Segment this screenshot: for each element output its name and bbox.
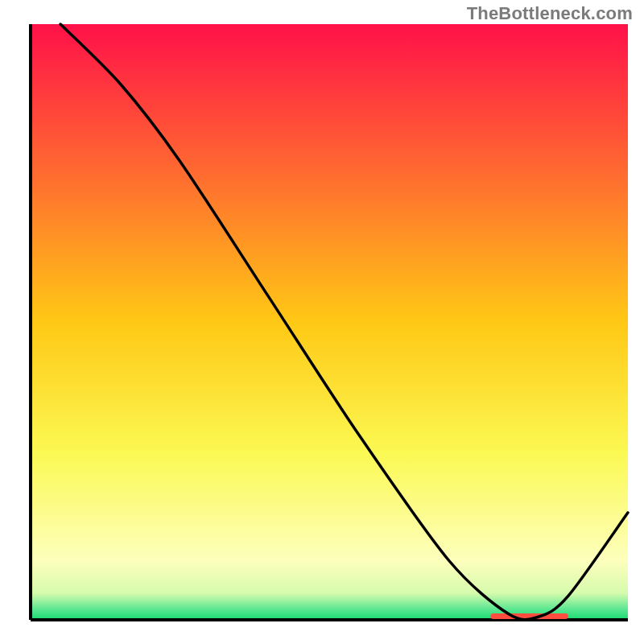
watermark-text: TheBottleneck.com	[467, 3, 633, 24]
chart-background	[31, 24, 628, 620]
bottleneck-chart	[0, 0, 644, 644]
